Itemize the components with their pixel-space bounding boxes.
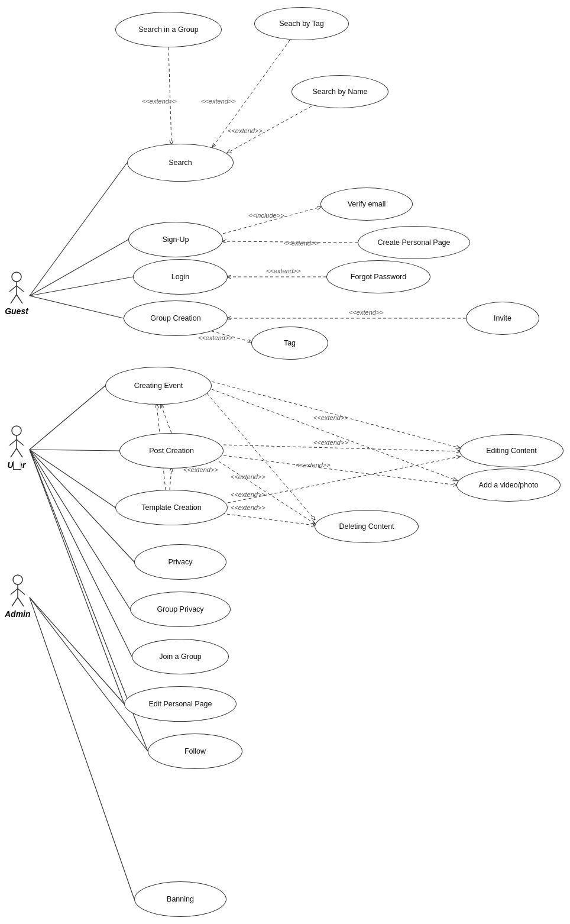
svg-line-16 [213, 40, 290, 147]
usecase-creating-event: Creating Event [105, 367, 212, 405]
usecase-tag: Tag [251, 327, 328, 360]
svg-line-52 [9, 286, 17, 292]
usecase-follow: Follow [148, 734, 242, 769]
usecase-deleting-content: Deleting Content [315, 510, 419, 543]
guest-actor: Guest [5, 271, 28, 316]
svg-line-27 [228, 457, 459, 503]
usecase-signup: Sign-Up [128, 222, 223, 257]
user-actor-figure [5, 425, 28, 460]
admin-actor: Admin [5, 574, 31, 619]
svg-text:<<extend>>: <<extend>> [313, 414, 348, 421]
guest-label: Guest [5, 306, 28, 316]
svg-text:<<extend>>: <<extend>> [231, 504, 265, 511]
usecase-banning: Banning [134, 881, 226, 917]
usecase-privacy: Privacy [134, 544, 226, 580]
svg-line-25 [224, 445, 459, 451]
svg-text:<<extend>>: <<extend>> [142, 98, 177, 105]
svg-line-14 [30, 597, 134, 899]
svg-line-6 [30, 450, 115, 508]
svg-line-15 [169, 47, 171, 144]
svg-line-26 [224, 455, 456, 485]
usecase-search-by-name: Search by Name [292, 75, 388, 108]
svg-line-4 [30, 386, 105, 450]
svg-line-58 [9, 440, 17, 445]
svg-line-33 [170, 469, 171, 490]
svg-line-9 [30, 450, 132, 657]
usecase-group-privacy: Group Privacy [130, 592, 231, 627]
svg-line-61 [17, 448, 22, 457]
usecase-editing-content: Editing Content [459, 434, 563, 467]
svg-line-5 [30, 450, 119, 451]
svg-point-62 [13, 575, 22, 584]
usecase-create-personal-page: Create Personal Page [358, 226, 470, 259]
svg-text:<<extend>>: <<extend>> [231, 473, 265, 480]
guest-actor-figure [5, 271, 28, 306]
usecase-add-video-photo: Add a video/photo [456, 469, 561, 502]
usecase-post-creation: Post Creation [119, 433, 224, 469]
svg-text:<<extend>>: <<extend>> [201, 98, 236, 105]
svg-line-0 [30, 163, 127, 296]
usecase-join-group: Join a Group [132, 639, 229, 674]
usecase-verify-email: Verify email [320, 188, 413, 221]
usecase-edit-personal-page: Edit Personal Page [124, 686, 237, 722]
usecase-login: Login [133, 259, 228, 295]
svg-line-59 [17, 440, 24, 445]
svg-line-23 [212, 382, 459, 448]
svg-line-1 [30, 240, 128, 296]
admin-label: Admin [5, 609, 31, 619]
svg-line-64 [11, 589, 18, 595]
svg-text:<<extend>>: <<extend>> [284, 240, 319, 247]
svg-line-24 [212, 389, 456, 480]
svg-text:<<extend>>: <<extend>> [198, 334, 233, 341]
user-actor: User [5, 425, 28, 470]
svg-line-13 [30, 597, 148, 751]
svg-line-10 [30, 450, 124, 704]
admin-actor-figure [6, 574, 30, 609]
usecase-template-creation: Template Creation [115, 490, 228, 525]
svg-line-8 [30, 450, 130, 609]
svg-line-2 [30, 277, 133, 296]
usecase-search-by-tag: Seach by Tag [254, 7, 349, 40]
svg-line-66 [12, 597, 18, 606]
usecase-group-creation: Group Creation [124, 301, 228, 336]
svg-line-54 [11, 295, 17, 303]
svg-text:<<extend>>: <<extend>> [228, 127, 263, 134]
svg-text:<<extend>>: <<extend>> [231, 491, 265, 498]
svg-line-67 [18, 597, 24, 606]
svg-text:<<include>>: <<include>> [248, 212, 284, 219]
svg-line-30 [219, 461, 315, 524]
svg-text:<<extend>>: <<extend>> [349, 309, 384, 316]
svg-line-55 [17, 295, 22, 303]
usecase-forgot-password: Forgot Password [326, 260, 430, 293]
svg-text:<<extend>>: <<extend>> [296, 461, 331, 469]
svg-text:<<extend>>: <<extend>> [266, 267, 301, 274]
svg-point-50 [12, 272, 21, 282]
usecase-search: Search [127, 144, 234, 182]
usecase-invite: Invite [466, 302, 539, 335]
svg-line-18 [223, 207, 320, 234]
svg-line-53 [17, 286, 24, 292]
svg-line-17 [228, 104, 316, 153]
usecase-search-in-group: Search in a Group [115, 12, 222, 47]
svg-point-56 [12, 426, 21, 435]
svg-line-31 [161, 405, 171, 433]
svg-text:<<extend>>: <<extend>> [313, 439, 348, 446]
svg-line-12 [30, 597, 124, 704]
svg-line-65 [18, 589, 25, 595]
svg-line-3 [30, 296, 124, 318]
svg-line-28 [222, 513, 315, 525]
svg-line-60 [11, 448, 17, 457]
svg-line-19 [223, 241, 358, 243]
